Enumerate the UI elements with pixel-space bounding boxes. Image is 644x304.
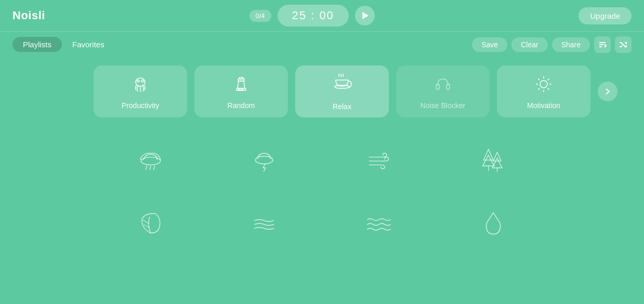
productivity-icon [130, 74, 151, 97]
svg-line-21 [548, 88, 549, 89]
clear-button[interactable]: Clear [511, 37, 547, 52]
productivity-label: Productivity [122, 101, 159, 110]
svg-point-24 [141, 157, 160, 165]
playlist-card-random[interactable]: Random [194, 65, 288, 117]
tabs: Playlists Favorites [12, 37, 115, 52]
noise-blocker-icon [432, 74, 453, 97]
sound-item-rain[interactable] [94, 136, 208, 184]
svg-line-26 [150, 166, 151, 169]
svg-point-5 [137, 80, 139, 82]
sort-button[interactable] [594, 36, 611, 53]
sound-grid [0, 126, 644, 258]
sound-item-leaf[interactable] [94, 200, 208, 247]
svg-marker-32 [493, 152, 501, 161]
playlist-card-motivation[interactable]: Motivation [497, 65, 590, 117]
play-icon [362, 12, 369, 19]
timer-counter: 0/4 [249, 10, 271, 22]
water-flow-icon [249, 208, 281, 239]
svg-rect-11 [241, 89, 243, 90]
save-button[interactable]: Save [472, 37, 507, 52]
rain-icon [135, 144, 166, 176]
waves-icon [363, 208, 395, 239]
sound-item-thunder[interactable] [208, 136, 322, 184]
svg-line-23 [538, 88, 540, 89]
timer-display: 25 : 00 [278, 5, 349, 27]
svg-point-28 [255, 156, 273, 164]
svg-rect-10 [238, 89, 240, 90]
shuffle-icon [619, 41, 627, 49]
sort-icon [598, 41, 607, 49]
tab-playlists[interactable]: Playlists [12, 37, 62, 52]
app-logo: Noisli [12, 9, 45, 22]
sub-header: Playlists Favorites Save Clear Share [0, 31, 644, 57]
forest-icon [478, 144, 509, 176]
timer-section: 0/4 25 : 00 [249, 5, 375, 27]
random-icon [231, 74, 252, 97]
shuffle-button[interactable] [615, 36, 632, 53]
svg-rect-8 [239, 77, 243, 79]
sound-item-water-drop[interactable] [436, 200, 550, 247]
svg-line-20 [538, 78, 540, 80]
thunder-icon [249, 144, 281, 176]
svg-point-12 [335, 85, 349, 88]
relax-icon [331, 73, 353, 98]
playlist-card-relax[interactable]: Relax [295, 65, 389, 117]
noise-blocker-label: Noise Blocker [420, 101, 465, 110]
playlist-card-noise-blocker[interactable]: Noise Blocker [396, 65, 490, 117]
sound-item-water-flow[interactable] [208, 200, 322, 247]
upgrade-button[interactable]: Upgrade [579, 7, 632, 24]
svg-line-27 [153, 166, 154, 169]
header: Noisli 0/4 25 : 00 Upgrade [0, 0, 644, 31]
svg-point-15 [540, 81, 547, 88]
playlists-row: Productivity Random [0, 57, 644, 126]
motivation-label: Motivation [527, 101, 560, 110]
svg-line-22 [548, 78, 549, 80]
chevron-right-icon [604, 88, 611, 95]
play-button[interactable] [355, 6, 375, 25]
svg-marker-0 [362, 12, 369, 19]
leaf-icon [135, 208, 166, 239]
tab-favorites[interactable]: Favorites [62, 37, 115, 52]
sound-item-wind[interactable] [322, 136, 437, 184]
sound-item-waves[interactable] [322, 200, 437, 247]
sound-item-forest[interactable] [436, 136, 550, 184]
next-playlist-button[interactable] [598, 82, 617, 101]
svg-point-6 [141, 80, 143, 82]
sub-actions: Save Clear Share [472, 36, 632, 53]
motivation-icon [533, 74, 554, 97]
water-drop-icon [478, 208, 509, 239]
svg-marker-30 [483, 155, 494, 166]
svg-point-4 [136, 78, 145, 86]
wind-icon [363, 144, 395, 176]
share-button[interactable]: Share [552, 37, 590, 52]
playlist-card-productivity[interactable]: Productivity [94, 65, 187, 117]
random-label: Random [228, 101, 255, 110]
svg-line-25 [146, 166, 147, 169]
relax-label: Relax [333, 102, 351, 111]
